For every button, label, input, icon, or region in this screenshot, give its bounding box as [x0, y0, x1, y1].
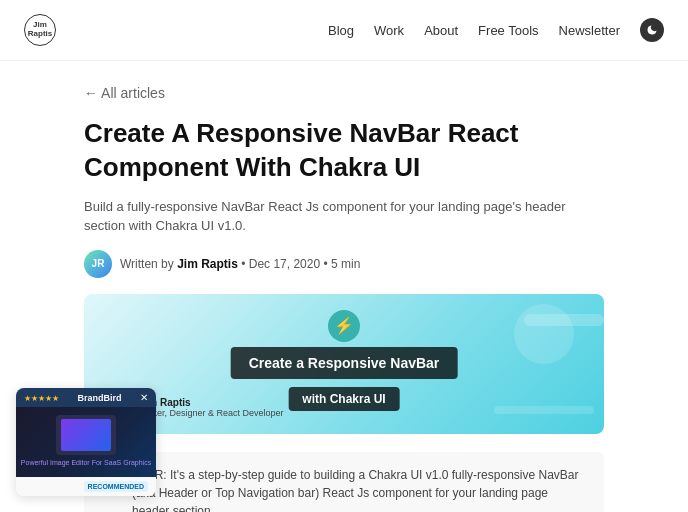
moon-icon: [646, 24, 658, 36]
ad-stars: ★★★★★: [24, 392, 59, 403]
ad-footer: RECOMMENDED: [16, 477, 156, 496]
ad-image-caption: Powerful Image Editor For SaaS Graphics: [17, 455, 155, 470]
ad-widget: ★★★★★ BrandBird ✕ Powerful Image Editor …: [16, 388, 156, 496]
main-content: ← All articles Create A Responsive NavBa…: [84, 61, 604, 512]
author-row: JR Written by Jim Raptis • Dec 17, 2020 …: [84, 250, 604, 278]
hero-main-text: Create a Responsive NavBar: [231, 347, 458, 379]
hero-author-info: Jim Raptis Maker, Designer & React Devel…: [140, 397, 284, 418]
ad-image: Powerful Image Editor For SaaS Graphics: [16, 407, 156, 477]
logo[interactable]: Jim Raptis: [24, 14, 56, 46]
nav-link-newsletter[interactable]: Newsletter: [559, 23, 620, 38]
hero-sub-text: with Chakra UI: [288, 387, 399, 411]
ad-close-button[interactable]: ✕: [140, 392, 148, 403]
hero-author-role: Maker, Designer & React Developer: [140, 408, 284, 418]
hero-circle-shape: [514, 304, 574, 364]
tldr-text: TLDR: It's a step-by-step guide to build…: [132, 466, 588, 512]
monitor-screen: [61, 419, 111, 451]
tldr-box: 📖 TLDR: It's a step-by-step guide to bui…: [84, 452, 604, 512]
ad-recommended-badge: RECOMMENDED: [84, 481, 148, 492]
nav-link-blog[interactable]: Blog: [328, 23, 354, 38]
monitor-shape: [56, 415, 116, 455]
back-arrow: ← All articles: [84, 85, 165, 101]
article-title: Create A Responsive NavBar React Compone…: [84, 117, 604, 185]
theme-toggle-button[interactable]: [640, 18, 664, 42]
back-link[interactable]: ← All articles: [84, 85, 604, 101]
star-rating: ★★★★★: [24, 394, 59, 403]
ad-logo: BrandBird: [77, 393, 121, 403]
navigation: Jim Raptis Blog Work About Free Tools Ne…: [0, 0, 688, 61]
author-meta: Written by Jim Raptis • Dec 17, 2020 • 5…: [120, 257, 360, 271]
hero-image: ⚡ Create a Responsive NavBar with Chakra…: [84, 294, 604, 434]
author-avatar: JR: [84, 250, 112, 278]
hero-rect1: [524, 314, 604, 326]
logo-text: Jim Raptis: [28, 21, 52, 39]
author-name: Jim Raptis: [177, 257, 238, 271]
nav-links: Blog Work About Free Tools Newsletter: [328, 18, 664, 42]
article-subtitle: Build a fully-responsive NavBar React Js…: [84, 197, 604, 236]
nav-link-about[interactable]: About: [424, 23, 458, 38]
hero-rect2: [494, 406, 594, 414]
author-date: •: [241, 257, 249, 271]
nav-link-work[interactable]: Work: [374, 23, 404, 38]
ad-visual: Powerful Image Editor For SaaS Graphics: [17, 415, 155, 470]
ad-header: ★★★★★ BrandBird ✕: [16, 388, 156, 407]
hero-author-name: Jim Raptis: [140, 397, 284, 408]
nav-link-free-tools[interactable]: Free Tools: [478, 23, 538, 38]
